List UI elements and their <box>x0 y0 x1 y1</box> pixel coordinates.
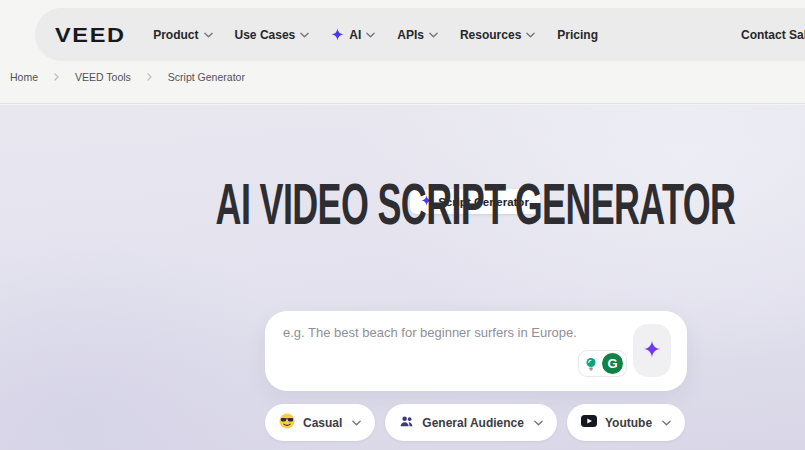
audience-dropdown[interactable]: General Audience <box>385 404 557 441</box>
nav-item-apis[interactable]: APIs <box>386 20 449 50</box>
chevron-down-icon <box>429 32 438 38</box>
nav-item-pricing[interactable]: Pricing <box>546 20 609 50</box>
veed-logo[interactable]: VEED <box>55 23 126 47</box>
tone-dropdown-label: Casual <box>303 416 342 430</box>
chevron-down-icon <box>204 32 213 38</box>
prompt-card: G <box>265 311 687 391</box>
page: VEED Product Use Cases <box>0 0 805 450</box>
sunglasses-emoji-icon <box>279 413 295 432</box>
nav-item-label: AI <box>349 28 361 42</box>
header: VEED Product Use Cases <box>0 0 805 104</box>
navbar: VEED Product Use Cases <box>35 8 805 61</box>
chevron-down-icon <box>526 32 535 38</box>
nav-item-product[interactable]: Product <box>142 20 223 50</box>
filter-pills: Casual General Audience <box>265 404 685 441</box>
chevron-right-icon <box>147 73 152 81</box>
chevron-down-icon <box>300 32 309 38</box>
nav-item-label: Use Cases <box>235 28 296 42</box>
grammarly-widget: G <box>578 350 627 377</box>
contact-sales-link[interactable]: Contact Sales <box>741 8 805 61</box>
prompt-input[interactable] <box>283 325 613 377</box>
nav-item-use-cases[interactable]: Use Cases <box>224 20 321 50</box>
breadcrumb-current-page: Script Generator <box>168 71 245 83</box>
chevron-down-icon <box>352 420 361 426</box>
title-rail: AI VIDEO SCRIPT GENERATOR <box>145 171 805 237</box>
hero-section: Script Generator AI VIDEO SCRIPT GENERAT… <box>0 105 805 450</box>
breadcrumb-home[interactable]: Home <box>10 71 38 83</box>
page-title: AI VIDEO SCRIPT GENERATOR <box>215 171 735 237</box>
chevron-down-icon <box>366 32 375 38</box>
nav-item-ai[interactable]: AI <box>320 20 386 50</box>
audience-icon <box>399 414 414 432</box>
breadcrumb: Home VEED Tools Script Generator <box>10 71 245 83</box>
sparkle-icon <box>331 28 344 41</box>
sparkle-icon <box>643 340 661 361</box>
chevron-down-icon <box>534 420 543 426</box>
nav-item-resources[interactable]: Resources <box>449 20 546 50</box>
nav-item-label: Pricing <box>557 28 598 42</box>
chevron-right-icon <box>54 73 59 81</box>
nav-item-label: APIs <box>397 28 424 42</box>
generate-button[interactable] <box>633 324 671 377</box>
tone-dropdown[interactable]: Casual <box>265 404 375 441</box>
nav-menu: Product Use Cases AI <box>142 20 609 50</box>
nav-item-label: Resources <box>460 28 521 42</box>
nav-item-label: Product <box>153 28 198 42</box>
breadcrumb-veed-tools[interactable]: VEED Tools <box>75 71 131 83</box>
lightbulb-icon[interactable] <box>582 355 600 373</box>
chevron-down-icon <box>662 420 671 426</box>
youtube-icon <box>581 415 597 430</box>
platform-dropdown[interactable]: Youtube <box>567 404 685 441</box>
audience-dropdown-label: General Audience <box>422 416 524 430</box>
platform-dropdown-label: Youtube <box>605 416 652 430</box>
grammarly-g-icon[interactable]: G <box>602 353 623 374</box>
